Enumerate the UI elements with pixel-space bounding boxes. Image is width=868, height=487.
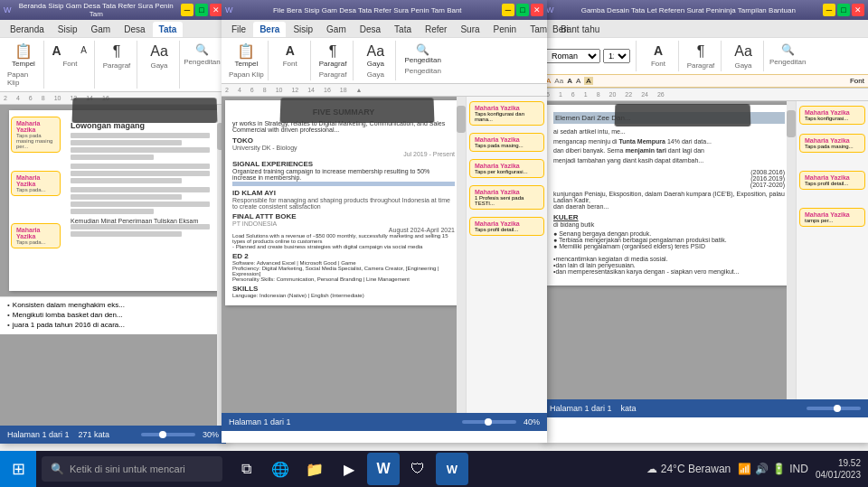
taskview-icon[interactable]: ⧉ [230, 453, 262, 485]
page-count-r: Halaman 1 dari 1 [550, 404, 612, 413]
paragraf-btn[interactable]: ¶ [104, 42, 129, 61]
tab-desa-c[interactable]: Desa [354, 22, 387, 37]
word-icon[interactable]: W [367, 453, 400, 485]
find-btn[interactable]: 🔍 [190, 42, 215, 57]
tab-tata[interactable]: Tata [153, 22, 184, 37]
volume-icon: 🔊 [755, 463, 769, 475]
tab-desain[interactable]: Desa [118, 22, 151, 37]
maximize-btn-right[interactable]: □ [837, 4, 850, 16]
date-display: 04/01/2023 [816, 469, 861, 481]
doc-content-left: Lowongan magang Kemudian Minat P [71, 121, 210, 237]
zoom-slider-r[interactable] [807, 407, 861, 410]
tab-tam-c[interactable]: Tam [524, 22, 553, 37]
font-size-select[interactable]: 12 10 14 [603, 49, 630, 63]
tab-refer-c[interactable]: Refer [419, 22, 453, 37]
title-text-right: Gamba Desain Tata Let Referen Surat Peni… [554, 6, 824, 14]
doc-page-center: FIVE SUMMARY yr works in Strategy, relat… [225, 100, 462, 305]
group-font-left: A A Font [46, 41, 95, 89]
font-selector: Roman Arial 12 10 14 [546, 41, 637, 71]
status-right-left: 30% [141, 430, 219, 439]
group-pengeditan-left: 🔍 Pengeditan [182, 41, 222, 89]
doc-page-right: Elemen Dari Zee Dan... ai sedah artikel … [546, 105, 792, 286]
paste-btn[interactable]: 📋 Tempel [9, 42, 38, 70]
font-family-select[interactable]: Roman Arial [546, 49, 600, 63]
font-label-left: Font [62, 60, 77, 68]
start-button[interactable]: ⊞ [0, 451, 36, 487]
tab-beranda-c[interactable]: Bera [253, 22, 286, 37]
find-btn-r[interactable]: 🔍 [775, 42, 800, 57]
zoom-thumb-c[interactable] [485, 418, 492, 426]
tab-gambar[interactable]: Gam [85, 22, 118, 37]
font-size-btn[interactable]: A [71, 44, 97, 57]
scrollbar-center[interactable] [457, 97, 466, 413]
close-btn-left[interactable]: ✕ [210, 4, 222, 16]
section-skills: SKILLS Language: Indonesian (Native) | E… [232, 285, 455, 298]
font-btn[interactable]: A [44, 42, 70, 59]
gaya-btn[interactable]: Aa [146, 42, 172, 61]
zoom-thumb-r[interactable] [834, 405, 841, 412]
status-bar-center: Halaman 1 dari 1 40% [222, 413, 547, 431]
tab-penin-c[interactable]: Penin [487, 22, 524, 37]
section-final: FINAL ATTT BOKE PT INDONESIA August 2024… [232, 212, 455, 249]
font-btn-r[interactable]: A [646, 42, 671, 59]
ribbon-tabs-right: Beri tahu [542, 20, 868, 37]
tab-bant-c[interactable]: Bant [554, 22, 586, 37]
close-btn-center[interactable]: ✕ [531, 4, 543, 16]
title-bar-left: W Beranda Sisip Gam Desa Tata Refer Sura… [0, 0, 226, 20]
right-doc-content: ai sedah artikel intu, me... mengancap m… [553, 127, 785, 165]
group-font-c: A Font [270, 41, 311, 80]
section-signal: SIGNAL EXPERIENCES Organized training ca… [232, 160, 455, 186]
group-para-r: ¶ Paragraf [681, 41, 722, 71]
minimize-btn-center[interactable]: ─ [502, 4, 514, 16]
explorer-icon[interactable]: 📁 [298, 453, 331, 485]
tab-sura-c[interactable]: Sura [454, 22, 486, 37]
group-font-r: A Font [638, 41, 679, 71]
papan-klip-label: Papan Klip [7, 70, 40, 87]
notification-icons: 📶 🔊 🔋 IND [738, 463, 808, 475]
scrollbar-thumb-right[interactable] [787, 110, 796, 137]
antivirus-icon[interactable]: 🛡 [401, 453, 434, 485]
terminal-icon[interactable]: ▶ [333, 453, 365, 485]
paragraf-label-left: Paragraf [103, 61, 131, 70]
taskbar-search[interactable]: 🔍 Ketik di sini untuk mencari [42, 456, 222, 482]
ruler-marks-r: 6161820222426 [546, 91, 665, 98]
word-window-center: W File Bera Sisip Gam Desa Tata Refer Su… [222, 0, 547, 443]
minimize-btn-right[interactable]: ─ [823, 4, 835, 16]
search-placeholder: Ketik di sini untuk mencari [70, 464, 185, 474]
doc-main-center: FIVE SUMMARY yr works in Strategy, relat… [222, 97, 466, 413]
zoom-thumb-left[interactable] [159, 431, 166, 438]
zoom-slider-left[interactable] [141, 433, 195, 436]
doc-page-left: Maharia Yazika Taps pada masing masing p… [9, 110, 217, 291]
tab-sisip-c[interactable]: Sisip [287, 22, 319, 37]
tab-gam-c[interactable]: Gam [320, 22, 353, 37]
sys-tray: ☁ 24°C Berawan [646, 463, 731, 475]
para-btn-r[interactable]: ¶ [688, 42, 713, 61]
tab-tata-c[interactable]: Tata [388, 22, 418, 37]
minimize-btn-left[interactable]: ─ [181, 4, 193, 16]
edge-icon[interactable]: 🌐 [264, 453, 297, 485]
gaya-btn-c[interactable]: Aa Gaya [363, 42, 388, 70]
shadow-right [615, 104, 751, 126]
para-btn-c[interactable]: ¶ Paragraf [316, 42, 350, 70]
zoom-slider-c[interactable] [462, 420, 516, 424]
find-btn-c[interactable]: 🔍 Pengeditan [401, 42, 443, 66]
tab-sisip[interactable]: Sisip [52, 22, 84, 37]
group-gaya-c: Aa Gaya Gaya [355, 41, 396, 80]
paste-btn-c[interactable]: 📋 Tempel [231, 42, 260, 70]
kuler-section: KULER di bidang butik [553, 213, 785, 228]
gaya-btn-r[interactable]: Aa [731, 42, 756, 61]
maximize-btn-left[interactable]: □ [195, 4, 208, 16]
tab-beranda[interactable]: Beranda [4, 22, 51, 37]
font-btn-c[interactable]: A [278, 42, 303, 59]
tab-file[interactable]: File [225, 22, 252, 37]
close-btn-right[interactable]: ✕ [852, 4, 864, 16]
bullet-2: • Mengikuti lomba basket dan den... [7, 311, 219, 319]
comment-c5: Maharia Yazika Taps profil detail... [469, 217, 544, 236]
maximize-btn-center[interactable]: □ [516, 4, 529, 16]
zoom-level-left: 30% [203, 430, 219, 439]
scrollbar-right[interactable] [787, 101, 796, 399]
comment-c4: Maharia Yazika 1 Profesis seni pada TEST… [469, 185, 544, 210]
scrollbar-thumb-center[interactable] [457, 106, 466, 133]
title-text-left: Beranda Sisip Gam Desa Tata Refer Sura P… [12, 2, 182, 18]
word-icon-2[interactable]: W [436, 453, 468, 485]
